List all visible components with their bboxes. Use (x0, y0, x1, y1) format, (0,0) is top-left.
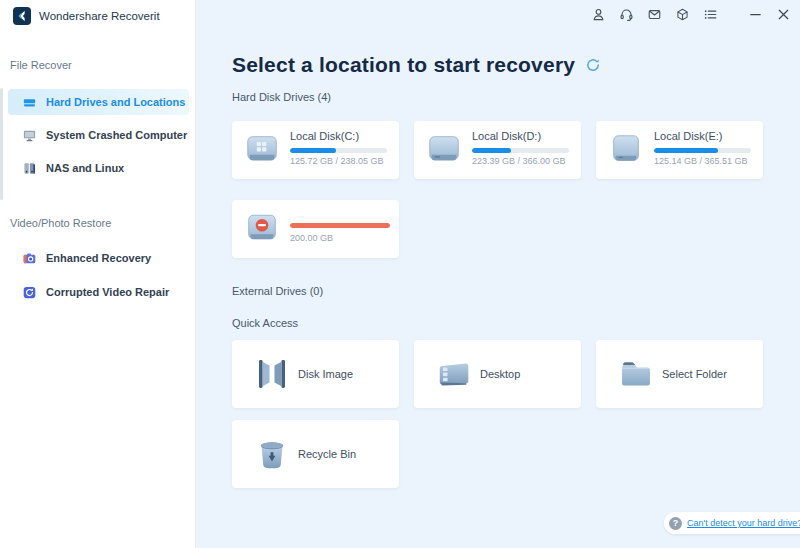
camera-icon (22, 251, 37, 266)
menu-list-icon[interactable] (703, 7, 718, 22)
drive-usage: 200.00 GB (290, 233, 333, 243)
desktop-icon (434, 354, 474, 394)
help-link[interactable]: ? Can't detect your hard drive? (664, 512, 800, 534)
recycle-bin-icon (252, 434, 292, 474)
drive-card-c[interactable]: Local Disk(C:) 125.72 GB / 238.05 GB (232, 121, 399, 179)
drive-name: Local Disk(E:) (654, 130, 722, 142)
sidebar-item-label: Corrupted Video Repair (46, 286, 169, 298)
hard-drive-c-icon (243, 133, 281, 167)
page-title-row: Select a location to start recovery (232, 53, 601, 77)
quick-access-disk-image[interactable]: Disk Image (232, 340, 399, 408)
sidebar-item-label: System Crashed Computer (46, 129, 187, 141)
drive-usage: 125.72 GB / 238.05 GB (290, 156, 384, 166)
hard-drive-e-icon (607, 133, 645, 167)
sidebar-item-system-crashed[interactable]: System Crashed Computer (8, 122, 189, 148)
recoverit-window: Wondershare Recoverit File Recover Hard … (0, 0, 800, 548)
refresh-icon[interactable] (585, 57, 601, 73)
account-icon[interactable] (591, 7, 606, 22)
sidebar-item-enhanced-recovery[interactable]: Enhanced Recovery (8, 245, 189, 271)
resources-cube-icon[interactable] (675, 7, 690, 22)
recoverit-logo-icon (13, 7, 31, 25)
quick-access-desktop[interactable]: Desktop (414, 340, 581, 408)
drive-usage: 125.14 GB / 365.51 GB (654, 156, 748, 166)
section-label-hard-disk-drives: Hard Disk Drives (4) (232, 91, 331, 103)
close-button[interactable] (776, 7, 791, 22)
drive-usage: 223.39 GB / 366.00 GB (472, 156, 566, 166)
drive-name: Local Disk(D:) (472, 130, 541, 142)
drive-name: Local Disk(C:) (290, 130, 359, 142)
drive-card-d[interactable]: Local Disk(D:) 223.39 GB / 366.00 GB (414, 121, 581, 179)
sidebar-item-label: NAS and Linux (46, 162, 124, 174)
sidebar-item-nas-linux[interactable]: NAS and Linux (8, 155, 189, 181)
app-title: Wondershare Recoverit (39, 10, 160, 22)
disk-image-icon (252, 354, 292, 394)
blocked-drive-icon (243, 212, 281, 246)
sidebar-item-hard-drives[interactable]: Hard Drives and Locations (8, 89, 189, 115)
section-label-file-recover: File Recover (10, 59, 72, 71)
sidebar: Wondershare Recoverit File Recover Hard … (0, 0, 196, 548)
support-headset-icon[interactable] (619, 7, 634, 22)
message-icon[interactable] (647, 7, 662, 22)
nas-server-icon (22, 161, 37, 176)
crashed-computer-icon (22, 128, 37, 143)
video-repair-icon (22, 285, 37, 300)
usage-bar (472, 148, 569, 153)
sidebar-scrollbar[interactable] (0, 88, 3, 200)
sidebar-item-label: Enhanced Recovery (46, 252, 151, 264)
page-title: Select a location to start recovery (232, 53, 575, 77)
section-label-video-photo: Video/Photo Restore (10, 217, 111, 229)
usage-bar (654, 148, 751, 153)
topbar (591, 7, 791, 22)
sidebar-item-corrupted-video-repair[interactable]: Corrupted Video Repair (8, 279, 189, 305)
section-label-external-drives: External Drives (0) (232, 285, 323, 297)
folder-icon (616, 354, 656, 394)
question-icon: ? (669, 517, 682, 530)
hard-drive-icon (22, 95, 37, 110)
quick-access-recycle-bin[interactable]: Recycle Bin (232, 420, 399, 488)
quick-access-label: Desktop (480, 368, 520, 380)
drive-card-e[interactable]: Local Disk(E:) 125.14 GB / 365.51 GB (596, 121, 763, 179)
app-brand: Wondershare Recoverit (13, 7, 160, 25)
section-label-quick-access: Quick Access (232, 317, 298, 329)
usage-bar (290, 223, 390, 228)
usage-bar (290, 148, 387, 153)
hard-drive-d-icon (425, 133, 463, 167)
sidebar-item-label: Hard Drives and Locations (46, 96, 185, 108)
help-link-text: Can't detect your hard drive? (687, 518, 800, 528)
quick-access-label: Recycle Bin (298, 448, 356, 460)
quick-access-label: Disk Image (298, 368, 353, 380)
drive-card-unallocated[interactable]: 200.00 GB (232, 200, 399, 258)
quick-access-select-folder[interactable]: Select Folder (596, 340, 763, 408)
quick-access-label: Select Folder (662, 368, 727, 380)
minimize-button[interactable] (748, 7, 763, 22)
